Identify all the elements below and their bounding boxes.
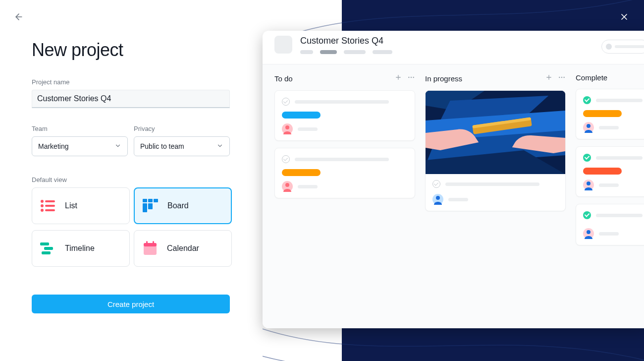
svg-rect-2 — [45, 200, 55, 202]
team-label: Team — [32, 125, 128, 132]
chevron-down-icon — [216, 142, 223, 151]
task-complete-checkbox[interactable] — [432, 180, 440, 188]
view-tile-label: Calendar — [167, 244, 199, 253]
task-complete-checkbox[interactable] — [583, 211, 591, 219]
task-complete-checkbox[interactable] — [583, 96, 591, 104]
view-tile-label: Timeline — [65, 244, 95, 253]
svg-rect-9 — [154, 199, 158, 202]
svg-rect-7 — [143, 199, 147, 202]
column-more-icon[interactable] — [407, 73, 415, 83]
task-card[interactable] — [576, 146, 644, 197]
view-tile-label: List — [65, 201, 77, 210]
avatar — [583, 122, 594, 133]
task-complete-checkbox[interactable] — [583, 154, 591, 162]
svg-rect-4 — [45, 205, 55, 207]
svg-rect-14 — [42, 251, 51, 254]
chevron-down-icon — [114, 142, 121, 151]
svg-point-27 — [285, 183, 289, 187]
avatar — [583, 180, 594, 190]
list-icon — [40, 198, 56, 214]
svg-rect-11 — [148, 203, 153, 209]
default-view-label: Default view — [32, 176, 240, 183]
team-select[interactable]: Marketing — [32, 136, 128, 156]
view-tile-label: Board — [167, 201, 189, 210]
project-preview: Customer Stories Q4 To do — [263, 31, 644, 328]
calendar-icon — [142, 241, 158, 256]
privacy-label: Privacy — [134, 125, 230, 132]
svg-rect-8 — [148, 199, 153, 202]
svg-point-41 — [436, 196, 440, 200]
board-icon — [143, 198, 159, 214]
task-card[interactable] — [274, 90, 415, 141]
project-color-icon — [274, 36, 292, 54]
svg-rect-10 — [143, 203, 147, 212]
preview-project-title: Customer Stories Q4 — [300, 36, 637, 46]
add-task-icon[interactable] — [545, 73, 553, 83]
avatar — [583, 228, 594, 239]
avatar — [282, 123, 293, 134]
column-name: Complete — [576, 73, 607, 82]
task-card[interactable] — [576, 204, 644, 245]
svg-point-5 — [41, 209, 44, 212]
svg-rect-13 — [44, 247, 53, 250]
svg-rect-16 — [144, 243, 157, 246]
svg-point-31 — [561, 77, 562, 78]
svg-point-23 — [408, 77, 409, 78]
privacy-select-value: Public to team — [140, 142, 184, 150]
svg-rect-6 — [45, 209, 55, 211]
column-name: In progress — [425, 74, 462, 83]
svg-point-32 — [563, 77, 564, 78]
svg-point-44 — [587, 230, 590, 234]
board-column-inprogress: In progress — [425, 73, 566, 319]
avatar — [282, 181, 293, 192]
task-card[interactable] — [274, 148, 415, 198]
team-select-value: Marketing — [38, 142, 68, 150]
svg-rect-17 — [146, 241, 148, 245]
svg-point-43 — [587, 181, 590, 185]
board-column-todo: To do — [274, 73, 415, 319]
svg-rect-12 — [40, 242, 49, 245]
close-icon[interactable] — [619, 12, 629, 24]
task-card[interactable] — [425, 90, 566, 211]
view-tile-timeline[interactable]: Timeline — [32, 230, 130, 267]
back-arrow-icon[interactable] — [14, 12, 24, 24]
task-cover-image — [426, 91, 565, 174]
task-complete-checkbox[interactable] — [282, 98, 290, 106]
preview-search — [601, 40, 644, 54]
page-title: New project — [32, 40, 240, 60]
column-more-icon[interactable] — [558, 73, 566, 83]
column-name: To do — [274, 74, 293, 83]
view-tile-calendar[interactable]: Calendar — [134, 230, 232, 267]
add-task-icon[interactable] — [394, 73, 402, 83]
svg-point-3 — [41, 204, 44, 207]
privacy-select[interactable]: Public to team — [134, 136, 230, 156]
svg-point-42 — [587, 124, 590, 128]
svg-point-26 — [285, 125, 289, 129]
create-project-button[interactable]: Create project — [32, 295, 230, 313]
svg-point-1 — [41, 200, 44, 203]
svg-point-24 — [411, 77, 412, 78]
project-name-label: Project name — [32, 78, 240, 86]
preview-tabs — [300, 50, 637, 54]
view-tile-board[interactable]: Board — [134, 187, 232, 224]
svg-point-30 — [559, 77, 560, 78]
project-name-input[interactable] — [32, 90, 230, 108]
svg-point-25 — [413, 77, 414, 78]
avatar — [432, 194, 443, 205]
task-complete-checkbox[interactable] — [282, 155, 290, 163]
view-tile-list[interactable]: List — [32, 187, 130, 224]
task-card[interactable] — [576, 89, 644, 139]
timeline-icon — [40, 241, 56, 256]
svg-rect-18 — [153, 241, 154, 245]
board-column-complete: Complete — [576, 73, 644, 319]
